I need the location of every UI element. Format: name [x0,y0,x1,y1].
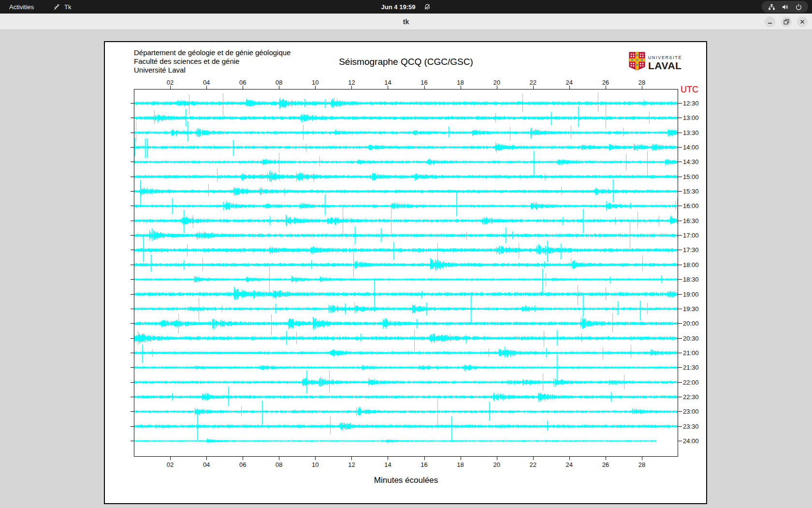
x-tick-label-top: 16 [417,79,432,86]
trace-tick-left [130,103,134,104]
clock-text: Jun 4 19:59 [381,3,416,11]
x-tick-label-top: 10 [308,79,322,86]
x-tick-mark-top [606,86,606,89]
x-tick-label-bottom: 22 [526,461,540,468]
x-tick-label-top: 18 [453,79,468,86]
utc-time-label: 18:00 [683,261,699,269]
x-axis-title: Minutes écoulées [134,476,678,485]
x-tick-mark-bottom [497,457,497,460]
x-tick-mark-top [461,86,461,89]
utc-time-label: 21:00 [683,349,699,357]
laval-wordmark-universite: UNIVERSITÉ [648,56,682,60]
x-tick-mark-top [533,86,534,89]
trace-tick-left [130,162,134,162]
trace-tick-left [130,309,134,309]
trace-tick-left [130,338,134,339]
trace-tick-right [678,426,682,427]
x-tick-label-bottom: 14 [380,461,395,468]
power-icon [795,3,802,11]
x-tick-label-bottom: 10 [308,461,322,468]
x-tick-mark-top [388,86,388,89]
x-tick-label-top: 06 [235,79,250,86]
trace-tick-right [678,338,682,339]
quick-settings-pill[interactable] [762,1,808,13]
utc-time-label: 21:30 [683,364,699,371]
utc-time-label: 19:00 [683,291,699,298]
trace-tick-right [678,309,682,309]
utc-time-label: 22:30 [683,393,699,401]
trace-tick-left [130,177,134,177]
utc-time-label: 17:30 [683,246,699,254]
x-tick-label-top: 04 [199,79,214,86]
x-tick-label-bottom: 04 [199,461,214,468]
notifications-muted-icon [423,3,431,11]
activities-label: Activities [9,3,34,11]
trace-tick-left [130,367,134,368]
x-tick-mark-bottom [569,457,570,460]
x-tick-label-bottom: 06 [235,461,250,468]
x-tick-mark-top [206,86,207,89]
x-tick-mark-top [642,86,642,89]
trace-tick-left [130,147,134,148]
tk-app-label: Tk [64,3,71,11]
x-tick-mark-top [279,86,279,89]
utc-axis-title: UTC [681,85,698,95]
x-tick-mark-top [569,86,570,89]
tk-app-indicator[interactable]: Tk [53,0,71,14]
x-tick-mark-bottom [461,457,461,460]
x-tick-label-bottom: 26 [598,461,613,468]
laval-wordmark-laval: LAVAL [648,60,682,71]
laval-shield-icon [628,52,646,73]
x-tick-label-bottom: 18 [453,461,468,468]
x-tick-mark-bottom [351,457,352,460]
x-tick-label-top: 14 [380,79,395,86]
trace-tick-right [678,397,682,397]
trace-tick-right [678,206,682,206]
x-tick-mark-bottom [279,457,279,460]
trace-tick-right [678,382,682,383]
x-tick-label-top: 20 [490,79,504,86]
trace-tick-right [678,279,682,280]
x-tick-label-top: 22 [526,79,540,86]
x-tick-label-top: 24 [562,79,577,86]
x-tick-mark-bottom [424,457,425,460]
maximize-button[interactable] [781,16,792,27]
trace-tick-left [130,323,134,324]
x-tick-label-bottom: 24 [562,461,577,468]
x-tick-label-bottom: 12 [344,461,359,468]
utc-time-label: 24:00 [683,437,699,445]
trace-tick-left [130,441,134,441]
x-tick-mark-bottom [170,457,171,460]
utc-time-label: 12:30 [683,100,699,107]
trace-tick-right [678,323,682,324]
laval-wordmark: UNIVERSITÉ LAVAL [648,52,682,73]
x-tick-label-top: 28 [635,79,649,86]
utc-time-label: 14:30 [683,158,699,165]
chart-title: Séismographe QCQ (CGC/GSC) [134,57,678,67]
minimize-button[interactable] [765,16,775,27]
x-tick-label-bottom: 08 [272,461,286,468]
restore-icon [783,18,790,26]
utc-time-label: 23:00 [683,408,699,415]
x-tick-label-top: 26 [598,79,613,86]
trace-tick-right [678,191,682,192]
window-titlebar: tk [0,14,812,30]
trace-tick-right [678,235,682,236]
close-button[interactable] [797,16,808,27]
utc-time-label: 16:00 [683,202,699,209]
utc-time-label: 20:00 [683,320,699,327]
utc-time-label: 14:00 [683,144,699,151]
x-tick-mark-top [243,86,243,89]
trace-tick-left [130,294,134,295]
clock[interactable]: Jun 4 19:59 [381,0,431,14]
x-tick-label-top: 08 [272,79,286,86]
trace-tick-right [678,118,682,118]
trace-tick-right [678,162,682,162]
x-tick-mark-bottom [315,457,316,460]
x-tick-mark-top [170,86,171,89]
x-tick-label-top: 12 [344,79,359,86]
trace-tick-right [678,265,682,265]
utc-time-label: 20:30 [683,335,699,342]
x-tick-mark-bottom [642,457,642,460]
activities-button[interactable]: Activities [0,0,43,14]
